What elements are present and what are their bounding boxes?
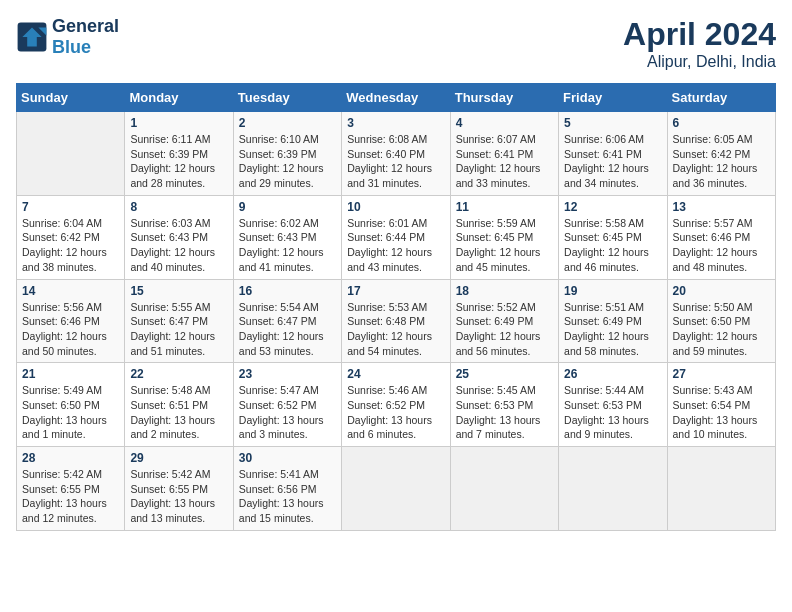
calendar-cell: 30Sunrise: 5:41 AM Sunset: 6:56 PM Dayli… (233, 447, 341, 531)
title-block: April 2024 Alipur, Delhi, India (623, 16, 776, 71)
calendar-cell: 26Sunrise: 5:44 AM Sunset: 6:53 PM Dayli… (559, 363, 667, 447)
day-number: 22 (130, 367, 227, 381)
day-info: Sunrise: 6:07 AM Sunset: 6:41 PM Dayligh… (456, 132, 553, 191)
day-number: 26 (564, 367, 661, 381)
day-info: Sunrise: 5:47 AM Sunset: 6:52 PM Dayligh… (239, 383, 336, 442)
calendar-week-row: 7Sunrise: 6:04 AM Sunset: 6:42 PM Daylig… (17, 195, 776, 279)
day-number: 28 (22, 451, 119, 465)
day-info: Sunrise: 6:03 AM Sunset: 6:43 PM Dayligh… (130, 216, 227, 275)
day-number: 20 (673, 284, 770, 298)
calendar-week-row: 21Sunrise: 5:49 AM Sunset: 6:50 PM Dayli… (17, 363, 776, 447)
location-title: Alipur, Delhi, India (623, 53, 776, 71)
day-info: Sunrise: 5:57 AM Sunset: 6:46 PM Dayligh… (673, 216, 770, 275)
day-number: 1 (130, 116, 227, 130)
day-number: 11 (456, 200, 553, 214)
weekday-header: Monday (125, 84, 233, 112)
day-info: Sunrise: 5:45 AM Sunset: 6:53 PM Dayligh… (456, 383, 553, 442)
calendar-cell (342, 447, 450, 531)
day-number: 21 (22, 367, 119, 381)
day-info: Sunrise: 6:08 AM Sunset: 6:40 PM Dayligh… (347, 132, 444, 191)
calendar-cell: 1Sunrise: 6:11 AM Sunset: 6:39 PM Daylig… (125, 112, 233, 196)
day-number: 25 (456, 367, 553, 381)
day-info: Sunrise: 5:43 AM Sunset: 6:54 PM Dayligh… (673, 383, 770, 442)
day-info: Sunrise: 6:05 AM Sunset: 6:42 PM Dayligh… (673, 132, 770, 191)
day-info: Sunrise: 5:42 AM Sunset: 6:55 PM Dayligh… (22, 467, 119, 526)
calendar-cell: 28Sunrise: 5:42 AM Sunset: 6:55 PM Dayli… (17, 447, 125, 531)
day-number: 30 (239, 451, 336, 465)
calendar-cell: 15Sunrise: 5:55 AM Sunset: 6:47 PM Dayli… (125, 279, 233, 363)
day-number: 23 (239, 367, 336, 381)
day-number: 24 (347, 367, 444, 381)
calendar-week-row: 1Sunrise: 6:11 AM Sunset: 6:39 PM Daylig… (17, 112, 776, 196)
calendar-cell: 11Sunrise: 5:59 AM Sunset: 6:45 PM Dayli… (450, 195, 558, 279)
calendar-cell: 10Sunrise: 6:01 AM Sunset: 6:44 PM Dayli… (342, 195, 450, 279)
calendar-cell: 22Sunrise: 5:48 AM Sunset: 6:51 PM Dayli… (125, 363, 233, 447)
calendar-cell: 4Sunrise: 6:07 AM Sunset: 6:41 PM Daylig… (450, 112, 558, 196)
day-number: 19 (564, 284, 661, 298)
day-info: Sunrise: 5:54 AM Sunset: 6:47 PM Dayligh… (239, 300, 336, 359)
day-info: Sunrise: 6:10 AM Sunset: 6:39 PM Dayligh… (239, 132, 336, 191)
day-number: 13 (673, 200, 770, 214)
calendar-cell: 9Sunrise: 6:02 AM Sunset: 6:43 PM Daylig… (233, 195, 341, 279)
calendar-cell: 16Sunrise: 5:54 AM Sunset: 6:47 PM Dayli… (233, 279, 341, 363)
day-info: Sunrise: 5:59 AM Sunset: 6:45 PM Dayligh… (456, 216, 553, 275)
day-info: Sunrise: 5:46 AM Sunset: 6:52 PM Dayligh… (347, 383, 444, 442)
calendar-cell (559, 447, 667, 531)
day-info: Sunrise: 6:02 AM Sunset: 6:43 PM Dayligh… (239, 216, 336, 275)
day-info: Sunrise: 5:42 AM Sunset: 6:55 PM Dayligh… (130, 467, 227, 526)
day-info: Sunrise: 5:53 AM Sunset: 6:48 PM Dayligh… (347, 300, 444, 359)
weekday-header: Friday (559, 84, 667, 112)
day-info: Sunrise: 6:04 AM Sunset: 6:42 PM Dayligh… (22, 216, 119, 275)
weekday-header: Sunday (17, 84, 125, 112)
calendar-cell: 19Sunrise: 5:51 AM Sunset: 6:49 PM Dayli… (559, 279, 667, 363)
calendar-cell: 6Sunrise: 6:05 AM Sunset: 6:42 PM Daylig… (667, 112, 775, 196)
calendar-cell: 8Sunrise: 6:03 AM Sunset: 6:43 PM Daylig… (125, 195, 233, 279)
day-number: 17 (347, 284, 444, 298)
calendar-cell: 27Sunrise: 5:43 AM Sunset: 6:54 PM Dayli… (667, 363, 775, 447)
calendar-cell: 29Sunrise: 5:42 AM Sunset: 6:55 PM Dayli… (125, 447, 233, 531)
calendar-cell: 20Sunrise: 5:50 AM Sunset: 6:50 PM Dayli… (667, 279, 775, 363)
day-number: 27 (673, 367, 770, 381)
day-info: Sunrise: 6:06 AM Sunset: 6:41 PM Dayligh… (564, 132, 661, 191)
day-info: Sunrise: 5:44 AM Sunset: 6:53 PM Dayligh… (564, 383, 661, 442)
calendar-cell (667, 447, 775, 531)
logo: General Blue (16, 16, 119, 58)
day-info: Sunrise: 5:41 AM Sunset: 6:56 PM Dayligh… (239, 467, 336, 526)
calendar-cell: 5Sunrise: 6:06 AM Sunset: 6:41 PM Daylig… (559, 112, 667, 196)
calendar-cell: 18Sunrise: 5:52 AM Sunset: 6:49 PM Dayli… (450, 279, 558, 363)
calendar-cell (450, 447, 558, 531)
day-info: Sunrise: 5:56 AM Sunset: 6:46 PM Dayligh… (22, 300, 119, 359)
day-info: Sunrise: 6:01 AM Sunset: 6:44 PM Dayligh… (347, 216, 444, 275)
day-info: Sunrise: 5:51 AM Sunset: 6:49 PM Dayligh… (564, 300, 661, 359)
day-number: 2 (239, 116, 336, 130)
day-number: 3 (347, 116, 444, 130)
header-row: SundayMondayTuesdayWednesdayThursdayFrid… (17, 84, 776, 112)
day-number: 15 (130, 284, 227, 298)
day-number: 18 (456, 284, 553, 298)
calendar-cell: 25Sunrise: 5:45 AM Sunset: 6:53 PM Dayli… (450, 363, 558, 447)
day-info: Sunrise: 5:52 AM Sunset: 6:49 PM Dayligh… (456, 300, 553, 359)
day-number: 9 (239, 200, 336, 214)
calendar-cell: 24Sunrise: 5:46 AM Sunset: 6:52 PM Dayli… (342, 363, 450, 447)
day-number: 5 (564, 116, 661, 130)
day-info: Sunrise: 5:49 AM Sunset: 6:50 PM Dayligh… (22, 383, 119, 442)
day-info: Sunrise: 5:50 AM Sunset: 6:50 PM Dayligh… (673, 300, 770, 359)
calendar-cell: 3Sunrise: 6:08 AM Sunset: 6:40 PM Daylig… (342, 112, 450, 196)
calendar-cell: 14Sunrise: 5:56 AM Sunset: 6:46 PM Dayli… (17, 279, 125, 363)
day-number: 6 (673, 116, 770, 130)
page-header: General Blue April 2024 Alipur, Delhi, I… (16, 16, 776, 71)
calendar-week-row: 14Sunrise: 5:56 AM Sunset: 6:46 PM Dayli… (17, 279, 776, 363)
calendar-cell: 17Sunrise: 5:53 AM Sunset: 6:48 PM Dayli… (342, 279, 450, 363)
day-info: Sunrise: 5:48 AM Sunset: 6:51 PM Dayligh… (130, 383, 227, 442)
calendar-cell (17, 112, 125, 196)
day-number: 14 (22, 284, 119, 298)
logo-icon (16, 21, 48, 53)
calendar-cell: 21Sunrise: 5:49 AM Sunset: 6:50 PM Dayli… (17, 363, 125, 447)
day-info: Sunrise: 5:58 AM Sunset: 6:45 PM Dayligh… (564, 216, 661, 275)
day-number: 4 (456, 116, 553, 130)
day-number: 12 (564, 200, 661, 214)
calendar-cell: 2Sunrise: 6:10 AM Sunset: 6:39 PM Daylig… (233, 112, 341, 196)
weekday-header: Tuesday (233, 84, 341, 112)
day-number: 16 (239, 284, 336, 298)
day-number: 8 (130, 200, 227, 214)
